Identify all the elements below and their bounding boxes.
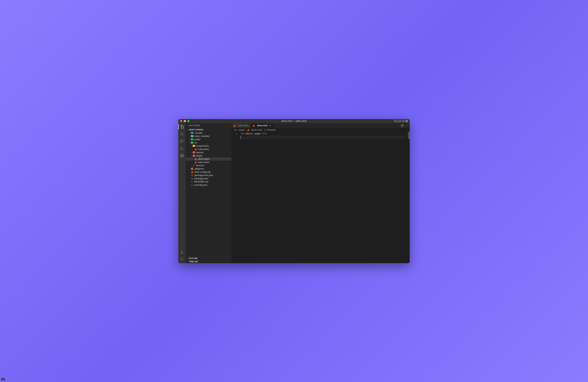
breadcrumb-part[interactable]: Template xyxy=(267,129,276,131)
tree-item[interactable]: Card.astro xyxy=(186,148,231,151)
tree-item[interactable]: ›layouts xyxy=(186,151,231,154)
chevron-down-icon: ⌄ xyxy=(188,141,191,143)
chevron-right-icon: › xyxy=(188,132,191,134)
chevron-right-icon: › xyxy=(263,129,263,131)
svg-rect-7 xyxy=(407,120,408,121)
chevron-down-icon: ⌄ xyxy=(190,154,192,156)
scrollbar-thumb[interactable] xyxy=(408,132,410,139)
tree-item[interactable]: ›node_modules xyxy=(186,134,231,138)
tree-item[interactable]: { }package.json xyxy=(186,177,231,180)
tree-item[interactable]: about.astro xyxy=(186,157,231,161)
svg-rect-17 xyxy=(182,154,183,155)
toggle-primary-sidebar-icon[interactable] xyxy=(395,120,397,122)
tree-item[interactable]: TSenv.d.ts xyxy=(186,164,231,167)
svg-rect-6 xyxy=(405,120,406,121)
tree-item-label: about.astro xyxy=(198,157,210,160)
split-editor-icon[interactable] xyxy=(401,124,403,127)
tree-item[interactable]: astro.config.mjs xyxy=(186,170,231,174)
tabs-actions: ⋯ xyxy=(401,123,410,128)
tab-close-icon[interactable]: × xyxy=(269,124,272,127)
chevron-down-icon: ⌄ xyxy=(190,145,192,147)
explorer-header: EXPLORER ⋯ xyxy=(186,123,231,128)
folder-pages-icon xyxy=(192,154,195,157)
ts-icon: TS xyxy=(192,164,195,167)
braces-icon: { } xyxy=(264,129,266,131)
tree-item[interactable]: ⌄src xyxy=(186,141,231,144)
folder-comp-icon xyxy=(192,145,195,147)
editor-tabs: index.astroabout.astro× ⋯ xyxy=(231,123,410,128)
workbench-body: AI EXPLORER ⋯ ⌄ SPIFFY-SPIRAL ›.vscode›n… xyxy=(178,123,410,263)
outline-section-header[interactable]: › OUTLINE xyxy=(186,257,231,260)
window-minimize-button[interactable] xyxy=(184,120,186,122)
toggle-panel-icon[interactable] xyxy=(398,120,401,122)
tree-item[interactable]: ›public xyxy=(186,138,231,141)
run-debug-view-icon[interactable] xyxy=(180,146,184,151)
git-icon xyxy=(191,167,193,170)
editor-content[interactable]: 1 <h1>About page</h1> xyxy=(231,132,410,263)
svg-point-10 xyxy=(181,133,183,135)
editor-tab[interactable]: about.astro× xyxy=(251,123,273,128)
project-section-header[interactable]: ⌄ SPIFFY-SPIRAL xyxy=(186,128,231,131)
tree-item[interactable]: M↓README.md xyxy=(186,180,231,183)
breadcrumb-part[interactable]: about.astro xyxy=(251,129,262,131)
editor-tab[interactable]: index.astro xyxy=(231,123,251,128)
timeline-label: TIMELINE xyxy=(189,260,198,263)
activity-bar: AI xyxy=(178,123,186,263)
editor-area: index.astroabout.astro× ⋯ src › pages › … xyxy=(231,123,410,263)
customize-layout-icon[interactable] xyxy=(405,120,408,122)
breadcrumb-part[interactable]: pages xyxy=(239,129,245,131)
tab-label: about.astro xyxy=(257,124,268,127)
breadcrumbs[interactable]: src › pages › about.astro › { } Template xyxy=(231,128,410,132)
file-tree[interactable]: ›.vscode›node_modules›public⌄src⌄compone… xyxy=(186,131,231,257)
breadcrumb-part[interactable]: src xyxy=(234,129,237,131)
svg-point-20 xyxy=(181,251,183,252)
explorer-more-icon[interactable]: ⋯ xyxy=(227,124,229,127)
tree-item[interactable]: ⌄pages xyxy=(186,154,231,157)
window-maximize-button[interactable] xyxy=(187,120,189,122)
settings-gear-icon[interactable] xyxy=(180,257,184,261)
tree-item-label: components xyxy=(196,145,209,147)
minimap[interactable] xyxy=(405,132,408,263)
accounts-icon[interactable] xyxy=(180,250,184,254)
astro-icon xyxy=(194,148,197,151)
tree-item-label: astro.config.mjs xyxy=(194,171,211,173)
tree-item-label: .gitignore xyxy=(194,167,204,170)
chevron-right-icon: › xyxy=(186,260,189,262)
tree-item[interactable]: ⌄components xyxy=(186,144,231,148)
tree-item[interactable]: { }package-lock.json xyxy=(186,174,231,177)
source-control-view-icon[interactable] xyxy=(180,139,184,143)
tree-item-label: layouts xyxy=(196,151,204,154)
vertical-scrollbar[interactable] xyxy=(408,132,410,263)
svg-point-21 xyxy=(181,259,183,260)
tree-item[interactable]: .gitignore xyxy=(186,167,231,170)
explorer-view-icon[interactable] xyxy=(180,125,184,129)
more-actions-icon[interactable]: ⋯ xyxy=(405,124,408,127)
tree-item[interactable]: index.astro xyxy=(186,161,231,164)
traffic-lights xyxy=(180,120,189,122)
astro-icon xyxy=(194,157,197,160)
svg-point-12 xyxy=(181,140,181,141)
svg-point-14 xyxy=(183,141,183,142)
tree-item[interactable]: TStsconfig.json xyxy=(186,183,231,187)
tree-item[interactable]: ›.vscode xyxy=(186,131,231,134)
chevron-right-icon: › xyxy=(237,129,238,131)
astro-icon xyxy=(233,124,236,127)
code-area[interactable]: <h1>About page</h1> xyxy=(240,132,405,263)
explorer-title: EXPLORER xyxy=(189,124,200,127)
svg-rect-2 xyxy=(398,120,400,122)
search-view-icon[interactable] xyxy=(180,132,184,136)
folder-vscode-icon xyxy=(191,132,193,134)
line-number-gutter: 1 xyxy=(231,132,240,263)
svg-point-15 xyxy=(181,149,181,149)
extensions-view-icon[interactable] xyxy=(180,153,184,158)
tree-item-label: Card.astro xyxy=(198,148,209,151)
timeline-section-header[interactable]: › TIMELINE xyxy=(186,260,231,263)
toggle-secondary-sidebar-icon[interactable] xyxy=(402,120,404,122)
outline-label: OUTLINE xyxy=(189,257,197,259)
astro-icon xyxy=(252,124,255,127)
folder-layout-icon xyxy=(192,151,195,154)
code-line: <h1>About page</h1> xyxy=(240,132,405,136)
chevron-down-icon: ⌄ xyxy=(186,129,189,130)
tree-item-label: package.json xyxy=(194,177,208,180)
window-close-button[interactable] xyxy=(180,120,182,122)
